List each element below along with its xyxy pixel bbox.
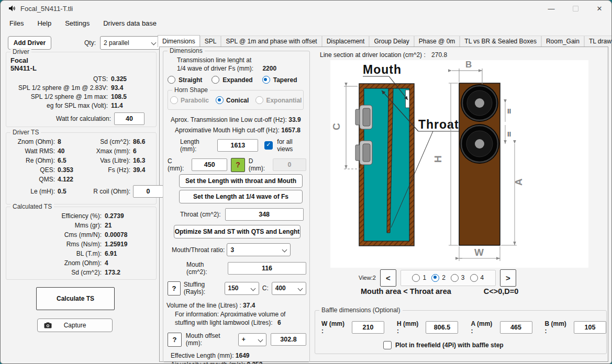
dim-w-label: W: [474, 247, 484, 258]
c-help-button[interactable]: ?: [231, 158, 244, 172]
low-cutoff-label: Aprox. Transmission line Low cut-off (Hz…: [171, 116, 287, 123]
stuffing-help-button[interactable]: ?: [168, 281, 181, 295]
qty-value: 2 parallel: [104, 39, 129, 47]
radio-conical[interactable]: [216, 96, 224, 104]
baffle-a-input[interactable]: [500, 321, 532, 334]
cms-label: Cms (mm/N):: [6, 231, 105, 238]
stuffing-select[interactable]: 150: [225, 282, 259, 295]
tab-phase-0m[interactable]: Phase @ 0m: [414, 36, 460, 47]
mouth-throat-status: Mouth area < Throat area: [361, 287, 451, 295]
calculated-ts-group-title: Calculated TS: [10, 203, 54, 210]
view-radio-2[interactable]: [431, 274, 439, 282]
view-radio-1[interactable]: [412, 274, 420, 282]
mouth-offset-input[interactable]: [271, 333, 306, 346]
length-input[interactable]: [217, 139, 258, 152]
radio-parabolic-label: Parabolic: [181, 97, 209, 104]
watt-calculation-label: Watt for calculation:: [10, 115, 114, 122]
driver-ts-group-title: Driver TS: [10, 129, 41, 136]
radio-exponential[interactable]: [255, 96, 263, 104]
c-speed-select[interactable]: 400: [272, 282, 306, 295]
tl-length-line1: Transmission line lenght at: [177, 56, 306, 64]
baffle-w-input[interactable]: [352, 321, 384, 334]
baffle-a-label: A (mm) :: [471, 320, 494, 335]
view-next-button[interactable]: >: [500, 269, 516, 287]
mouth-input[interactable]: [228, 262, 306, 275]
tab-group-delay[interactable]: Group Delay: [369, 36, 414, 47]
mouth-label: Mouth: [363, 63, 402, 76]
efficiency-value: 0.2739: [105, 212, 156, 220]
mouth-throat-ratio-label: Mouth/Throat ratio:: [172, 246, 225, 254]
chevron-down-icon: [258, 337, 263, 342]
baffle-groupbox: Baffle dimensions (Optional) W (mm) : H …: [315, 310, 607, 354]
dim-h-label: H: [432, 155, 443, 163]
baffle-b-input[interactable]: [574, 321, 606, 334]
driver-ts-groupbox: Driver TS Znom (Ohm):8 Sd (cm^2):86.6 Wa…: [6, 132, 157, 204]
tab-dimensions[interactable]: Dimensions: [158, 35, 200, 47]
le-value: 0.5: [58, 188, 90, 195]
dim-b-label: B: [465, 60, 472, 70]
menu-settings[interactable]: Settings: [58, 17, 96, 29]
maximize-button[interactable]: [563, 1, 587, 16]
mouth-offset-help-button[interactable]: ?: [168, 333, 182, 347]
radio-straight[interactable]: [168, 76, 175, 84]
znom-value: 8: [58, 138, 90, 145]
freefield-checkbox[interactable]: [383, 341, 392, 349]
radio-expanded[interactable]: [212, 76, 219, 84]
dim-a-label: A: [513, 178, 524, 186]
tab-tl-drawing[interactable]: TL drawing: [584, 36, 612, 47]
tab-spl[interactable]: SPL: [200, 36, 221, 47]
radio-expanded-label: Expanded: [222, 76, 252, 84]
c-input[interactable]: [192, 158, 227, 171]
close-button[interactable]: ✕: [587, 1, 611, 16]
view-prev-button[interactable]: <: [380, 269, 396, 287]
spacing-mark-lower: II: [507, 130, 511, 138]
baffle-w-label: W (mm) :: [321, 320, 347, 335]
tab-displacement[interactable]: Displacement: [322, 36, 370, 47]
qts-label: QTS:: [10, 75, 111, 83]
mouth-throat-ratio-select[interactable]: 3: [227, 243, 291, 256]
high-cutoff-value: 1657.8: [281, 127, 301, 134]
capture-button[interactable]: Capture: [37, 318, 113, 332]
rcoil-input[interactable]: [133, 185, 163, 198]
radio-parabolic[interactable]: [170, 96, 178, 104]
znom-calc-label: Znom (Ohm):: [6, 259, 105, 267]
set-length-throat-mouth-button[interactable]: Set the Length with throat and Mouth: [179, 174, 303, 188]
watt-calculation-input[interactable]: [114, 112, 144, 125]
menu-drivers-database[interactable]: Drivers data base: [96, 17, 163, 29]
throat-input[interactable]: [225, 208, 304, 221]
optimize-button[interactable]: Optimize SM and ST with QTS and Lenght: [174, 225, 301, 238]
effective-length-label: Effective Length (mm):: [171, 352, 234, 359]
baffle-h-input[interactable]: [426, 321, 458, 334]
front-driver-upper: [461, 84, 498, 122]
menu-files[interactable]: Files: [3, 17, 30, 29]
xmax-label: Xmax (mm):: [90, 147, 133, 155]
stuffing-value: 150: [228, 285, 239, 292]
qty-select[interactable]: 2 parallel: [100, 36, 160, 50]
spl-max-value: 108.5: [111, 93, 152, 100]
tab-spl-1m-phase-offset[interactable]: SPL @ 1m and phase with offset: [221, 36, 321, 47]
tab-tl-vs-br-sealed[interactable]: TL vs BR & Sealed Boxes: [460, 36, 541, 47]
view-label: View:2: [359, 275, 376, 281]
driver-model: 5N411-L: [10, 64, 152, 72]
for-all-views-checkbox[interactable]: [264, 141, 273, 150]
sd-label: Sd (cm^2):: [90, 138, 133, 145]
view-selector-row: View:2 < 1 2 3 4 >: [359, 269, 516, 286]
re-value: 6.5: [58, 157, 90, 164]
set-length-quarter-wave-button[interactable]: Set the Length at 1/4 wave of Fs: [179, 190, 303, 203]
front-driver-lower: [460, 124, 499, 164]
vas-value: 16.3: [133, 157, 163, 164]
minimize-button[interactable]: —: [539, 1, 563, 16]
c-speed-value: 400: [275, 285, 286, 292]
view-radio-4[interactable]: [470, 274, 478, 282]
view-radio-3[interactable]: [451, 274, 459, 282]
mouth-throat-ratio-value: 3: [230, 246, 234, 254]
menu-help[interactable]: Help: [30, 17, 58, 29]
sd-value: 86.6: [133, 138, 163, 145]
xmax-value: 6: [133, 147, 163, 155]
horn-shape-groupbox: Horn Shape Parabolic Conical Exponantial: [168, 90, 304, 110]
calculate-ts-button[interactable]: Calculate TS: [36, 287, 115, 310]
vas-label: Vas (Litre):: [90, 157, 133, 164]
radio-tapered[interactable]: [262, 76, 270, 84]
mouth-offset-sign-select[interactable]: +: [238, 333, 266, 346]
tab-room-gain[interactable]: Room_Gain: [541, 36, 584, 47]
